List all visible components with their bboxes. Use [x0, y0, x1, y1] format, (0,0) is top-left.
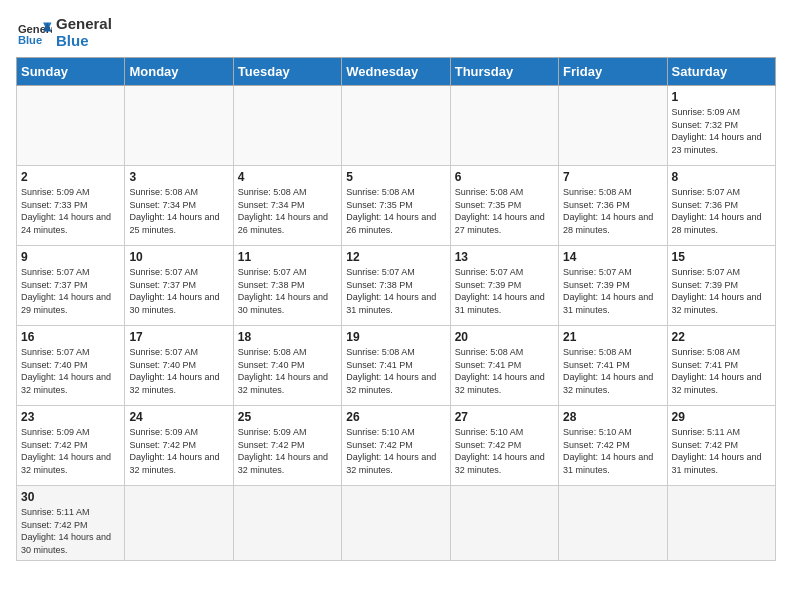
cell-content: Sunrise: 5:07 AMSunset: 7:37 PMDaylight:… [129, 266, 228, 316]
cell-6-2 [125, 486, 233, 561]
week-row-2: 2Sunrise: 5:09 AMSunset: 7:33 PMDaylight… [17, 166, 776, 246]
cell-content: Sunrise: 5:07 AMSunset: 7:39 PMDaylight:… [455, 266, 554, 316]
day-number: 14 [563, 250, 662, 264]
cell-3-7: 15Sunrise: 5:07 AMSunset: 7:39 PMDayligh… [667, 246, 775, 326]
cell-content: Sunrise: 5:08 AMSunset: 7:41 PMDaylight:… [346, 346, 445, 396]
cell-content: Sunrise: 5:09 AMSunset: 7:42 PMDaylight:… [238, 426, 337, 476]
sunrise-label: Sunrise: 5:07 AM [672, 187, 741, 197]
cell-4-7: 22Sunrise: 5:08 AMSunset: 7:41 PMDayligh… [667, 326, 775, 406]
cell-6-5 [450, 486, 558, 561]
daylight-label: Daylight: 14 hours and 29 minutes. [21, 292, 111, 315]
cell-3-3: 11Sunrise: 5:07 AMSunset: 7:38 PMDayligh… [233, 246, 341, 326]
day-number: 12 [346, 250, 445, 264]
day-number: 6 [455, 170, 554, 184]
cell-5-2: 24Sunrise: 5:09 AMSunset: 7:42 PMDayligh… [125, 406, 233, 486]
sunrise-label: Sunrise: 5:08 AM [346, 347, 415, 357]
cell-content: Sunrise: 5:07 AMSunset: 7:36 PMDaylight:… [672, 186, 771, 236]
cell-content: Sunrise: 5:07 AMSunset: 7:38 PMDaylight:… [238, 266, 337, 316]
sunset-label: Sunset: 7:41 PM [346, 360, 413, 370]
sunset-label: Sunset: 7:37 PM [129, 280, 196, 290]
sunset-label: Sunset: 7:42 PM [129, 440, 196, 450]
sunrise-label: Sunrise: 5:07 AM [21, 267, 90, 277]
sunset-label: Sunset: 7:34 PM [238, 200, 305, 210]
cell-1-7: 1Sunrise: 5:09 AMSunset: 7:32 PMDaylight… [667, 86, 775, 166]
cell-5-4: 26Sunrise: 5:10 AMSunset: 7:42 PMDayligh… [342, 406, 450, 486]
daylight-label: Daylight: 14 hours and 32 minutes. [455, 372, 545, 395]
cell-4-6: 21Sunrise: 5:08 AMSunset: 7:41 PMDayligh… [559, 326, 667, 406]
daylight-label: Daylight: 14 hours and 26 minutes. [238, 212, 328, 235]
cell-2-5: 6Sunrise: 5:08 AMSunset: 7:35 PMDaylight… [450, 166, 558, 246]
cell-content: Sunrise: 5:11 AMSunset: 7:42 PMDaylight:… [672, 426, 771, 476]
daylight-label: Daylight: 14 hours and 30 minutes. [21, 532, 111, 555]
cell-content: Sunrise: 5:08 AMSunset: 7:35 PMDaylight:… [455, 186, 554, 236]
sunset-label: Sunset: 7:36 PM [672, 200, 739, 210]
daylight-label: Daylight: 14 hours and 23 minutes. [672, 132, 762, 155]
sunrise-label: Sunrise: 5:08 AM [346, 187, 415, 197]
cell-content: Sunrise: 5:09 AMSunset: 7:42 PMDaylight:… [21, 426, 120, 476]
day-number: 10 [129, 250, 228, 264]
cell-content: Sunrise: 5:07 AMSunset: 7:39 PMDaylight:… [563, 266, 662, 316]
col-header-thursday: Thursday [450, 58, 558, 86]
day-number: 2 [21, 170, 120, 184]
cell-6-6 [559, 486, 667, 561]
daylight-label: Daylight: 14 hours and 32 minutes. [672, 372, 762, 395]
cell-2-4: 5Sunrise: 5:08 AMSunset: 7:35 PMDaylight… [342, 166, 450, 246]
day-number: 26 [346, 410, 445, 424]
cell-1-4 [342, 86, 450, 166]
week-row-3: 9Sunrise: 5:07 AMSunset: 7:37 PMDaylight… [17, 246, 776, 326]
sunrise-label: Sunrise: 5:10 AM [455, 427, 524, 437]
sunrise-label: Sunrise: 5:09 AM [21, 187, 90, 197]
day-number: 7 [563, 170, 662, 184]
sunset-label: Sunset: 7:40 PM [238, 360, 305, 370]
day-number: 30 [21, 490, 120, 504]
day-number: 20 [455, 330, 554, 344]
sunrise-label: Sunrise: 5:07 AM [455, 267, 524, 277]
cell-4-3: 18Sunrise: 5:08 AMSunset: 7:40 PMDayligh… [233, 326, 341, 406]
cell-5-1: 23Sunrise: 5:09 AMSunset: 7:42 PMDayligh… [17, 406, 125, 486]
sunrise-label: Sunrise: 5:07 AM [672, 267, 741, 277]
day-number: 18 [238, 330, 337, 344]
sunrise-label: Sunrise: 5:08 AM [129, 187, 198, 197]
day-number: 11 [238, 250, 337, 264]
cell-content: Sunrise: 5:07 AMSunset: 7:37 PMDaylight:… [21, 266, 120, 316]
cell-5-5: 27Sunrise: 5:10 AMSunset: 7:42 PMDayligh… [450, 406, 558, 486]
cell-content: Sunrise: 5:09 AMSunset: 7:42 PMDaylight:… [129, 426, 228, 476]
sunrise-label: Sunrise: 5:07 AM [129, 267, 198, 277]
cell-6-4 [342, 486, 450, 561]
cell-2-1: 2Sunrise: 5:09 AMSunset: 7:33 PMDaylight… [17, 166, 125, 246]
header: General Blue General Blue [16, 16, 776, 49]
cell-6-3 [233, 486, 341, 561]
sunset-label: Sunset: 7:41 PM [563, 360, 630, 370]
daylight-label: Daylight: 14 hours and 30 minutes. [238, 292, 328, 315]
sunset-label: Sunset: 7:42 PM [21, 440, 88, 450]
cell-content: Sunrise: 5:07 AMSunset: 7:40 PMDaylight:… [21, 346, 120, 396]
sunrise-label: Sunrise: 5:09 AM [21, 427, 90, 437]
cell-1-5 [450, 86, 558, 166]
daylight-label: Daylight: 14 hours and 32 minutes. [238, 452, 328, 475]
cell-4-1: 16Sunrise: 5:07 AMSunset: 7:40 PMDayligh… [17, 326, 125, 406]
col-header-friday: Friday [559, 58, 667, 86]
day-number: 4 [238, 170, 337, 184]
svg-text:Blue: Blue [18, 34, 42, 46]
sunrise-label: Sunrise: 5:09 AM [672, 107, 741, 117]
daylight-label: Daylight: 14 hours and 31 minutes. [346, 292, 436, 315]
cell-1-3 [233, 86, 341, 166]
cell-content: Sunrise: 5:10 AMSunset: 7:42 PMDaylight:… [563, 426, 662, 476]
col-header-saturday: Saturday [667, 58, 775, 86]
sunset-label: Sunset: 7:32 PM [672, 120, 739, 130]
sunrise-label: Sunrise: 5:08 AM [238, 347, 307, 357]
cell-content: Sunrise: 5:07 AMSunset: 7:40 PMDaylight:… [129, 346, 228, 396]
cell-5-6: 28Sunrise: 5:10 AMSunset: 7:42 PMDayligh… [559, 406, 667, 486]
day-number: 19 [346, 330, 445, 344]
cell-4-2: 17Sunrise: 5:07 AMSunset: 7:40 PMDayligh… [125, 326, 233, 406]
daylight-label: Daylight: 14 hours and 30 minutes. [129, 292, 219, 315]
cell-content: Sunrise: 5:10 AMSunset: 7:42 PMDaylight:… [455, 426, 554, 476]
sunrise-label: Sunrise: 5:08 AM [455, 187, 524, 197]
cell-2-2: 3Sunrise: 5:08 AMSunset: 7:34 PMDaylight… [125, 166, 233, 246]
sunset-label: Sunset: 7:42 PM [563, 440, 630, 450]
sunrise-label: Sunrise: 5:10 AM [346, 427, 415, 437]
sunset-label: Sunset: 7:34 PM [129, 200, 196, 210]
daylight-label: Daylight: 14 hours and 31 minutes. [455, 292, 545, 315]
daylight-label: Daylight: 14 hours and 32 minutes. [672, 292, 762, 315]
day-number: 5 [346, 170, 445, 184]
